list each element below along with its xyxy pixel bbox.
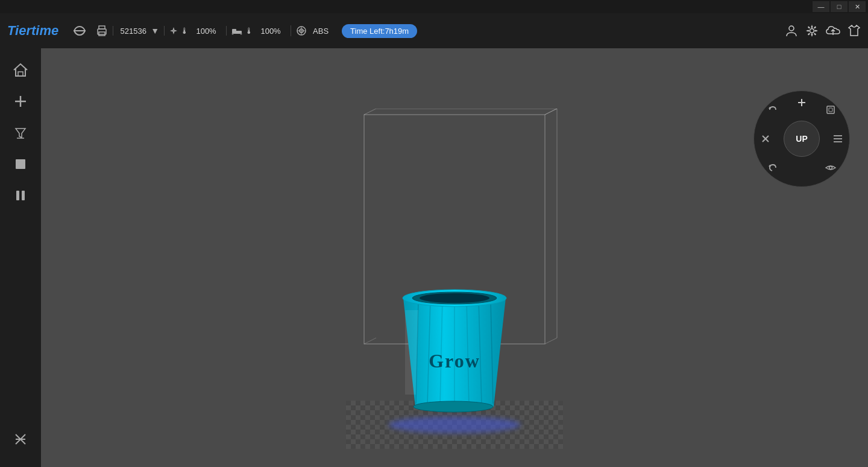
svg-line-34 xyxy=(545,338,557,344)
cloud-button[interactable] xyxy=(826,25,840,36)
add-model-button[interactable] xyxy=(7,88,34,115)
temp-icon: 🌡 xyxy=(180,26,189,36)
svg-point-47 xyxy=(414,401,493,412)
square-button[interactable] xyxy=(7,151,34,177)
nav-top-button[interactable] xyxy=(793,94,810,111)
svg-rect-24 xyxy=(16,191,19,200)
fan-icon xyxy=(169,27,178,35)
bed-temp-icon: 🌡 xyxy=(245,26,253,36)
maximize-button[interactable]: □ xyxy=(831,1,848,12)
svg-point-12 xyxy=(241,33,242,35)
nav-menu-button[interactable] xyxy=(829,130,846,147)
minimize-button[interactable]: — xyxy=(813,1,829,12)
svg-rect-25 xyxy=(22,191,25,200)
layer-icon xyxy=(296,25,307,36)
svg-rect-2 xyxy=(99,26,105,29)
funnel-button[interactable] xyxy=(7,119,34,146)
svg-point-8 xyxy=(173,30,175,32)
time-left-badge: Time Left:7h19m xyxy=(342,24,417,38)
nav-wheel: UP xyxy=(753,91,850,187)
svg-point-60 xyxy=(829,167,832,170)
material-group: ABS xyxy=(291,25,337,36)
dropdown-arrow-icon[interactable]: ▼ xyxy=(151,26,159,36)
svg-rect-53 xyxy=(829,108,832,112)
svg-line-36 xyxy=(364,338,376,344)
nav-undo-button[interactable] xyxy=(764,159,781,176)
svg-point-11 xyxy=(232,33,234,35)
bucket-model[interactable]: Grow xyxy=(388,262,521,425)
tools-button[interactable] xyxy=(7,426,34,453)
svg-point-18 xyxy=(810,29,814,33)
svg-line-30 xyxy=(364,109,376,115)
svg-rect-52 xyxy=(827,106,834,113)
svg-point-17 xyxy=(789,26,794,31)
job-id-group: 521536 ▼ xyxy=(113,26,164,36)
svg-rect-19 xyxy=(18,72,23,76)
toolbar: Tiertime 521536 ▼ 🌡 100% xyxy=(0,13,868,48)
home-button[interactable] xyxy=(7,57,34,83)
svg-line-31 xyxy=(545,109,557,115)
nav-center-label[interactable]: UP xyxy=(784,121,820,157)
nav-eye-button[interactable] xyxy=(822,159,839,176)
bed-temp-group: 🌡 100% xyxy=(226,26,291,36)
scene: Grow xyxy=(41,48,868,467)
title-bar: — □ ✕ xyxy=(0,0,868,13)
svg-point-46 xyxy=(420,293,489,303)
settings-button[interactable] xyxy=(805,24,819,37)
svg-rect-23 xyxy=(16,159,25,169)
nav-rotate-button[interactable] xyxy=(764,101,781,118)
material-label: ABS xyxy=(309,27,332,36)
profile-button[interactable] xyxy=(785,24,798,37)
close-button[interactable]: ✕ xyxy=(849,1,866,12)
connection-button[interactable] xyxy=(68,22,91,40)
print-button[interactable] xyxy=(91,22,113,40)
svg-rect-10 xyxy=(232,29,236,32)
job-id: 521536 xyxy=(118,27,148,36)
svg-text:Grow: Grow xyxy=(429,350,480,372)
svg-rect-3 xyxy=(99,32,105,36)
pause-button[interactable] xyxy=(7,182,34,209)
bed-speed-value: 100% xyxy=(256,27,286,36)
sidebar xyxy=(0,48,41,467)
svg-line-33 xyxy=(545,109,557,115)
toolbar-right xyxy=(785,24,861,37)
fan-speed-value: 100% xyxy=(191,27,221,36)
bucket-svg: Grow xyxy=(388,262,521,425)
app-logo: Tiertime xyxy=(7,23,58,39)
fan-speed-group: 🌡 100% xyxy=(164,26,226,36)
viewport[interactable]: Grow xyxy=(41,48,868,467)
shirt-button[interactable] xyxy=(848,24,861,37)
nav-frame-button[interactable] xyxy=(822,101,839,118)
bed-icon xyxy=(231,27,242,35)
nav-close-button[interactable] xyxy=(757,130,774,147)
